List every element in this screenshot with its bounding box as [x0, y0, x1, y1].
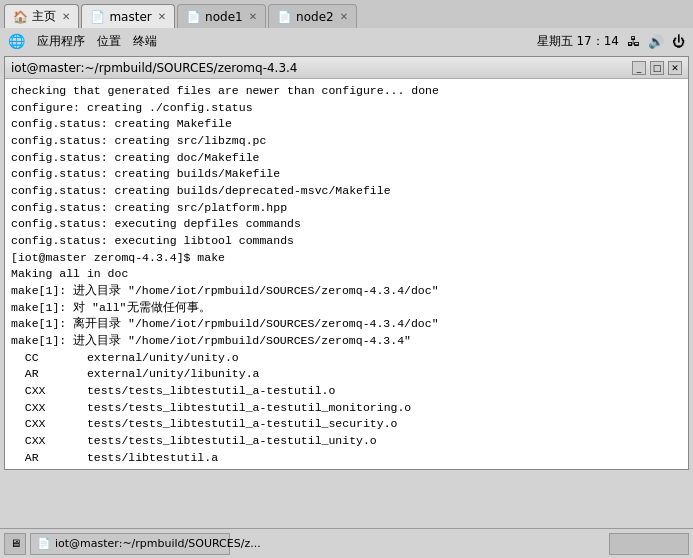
tab-master-close[interactable]: ✕ — [158, 11, 166, 22]
tab-home-label: 主页 — [32, 8, 56, 25]
taskbar-app-label: iot@master:~/rpmbuild/SOURCES/z... — [55, 537, 261, 550]
tab-node1-close[interactable]: ✕ — [249, 11, 257, 22]
home-icon: 🏠 — [13, 10, 28, 24]
tab-master[interactable]: 📄 master ✕ — [81, 4, 175, 28]
minimize-button[interactable]: _ — [632, 61, 646, 75]
power-icon[interactable]: ⏻ — [672, 34, 685, 49]
app-bar-left: 🌐 应用程序 位置 终端 — [8, 33, 157, 50]
taskbar-clock-area — [609, 533, 689, 555]
menu-location[interactable]: 位置 — [97, 33, 121, 50]
app-bar-right: 星期五 17：14 🖧 🔊 ⏻ — [537, 33, 685, 50]
terminal-controls: _ □ ✕ — [632, 61, 682, 75]
terminal-icon-node2: 📄 — [277, 10, 292, 24]
maximize-button[interactable]: □ — [650, 61, 664, 75]
tab-node2-close[interactable]: ✕ — [340, 11, 348, 22]
taskbar-menu-icon: 🖥 — [10, 537, 21, 550]
tab-node1[interactable]: 📄 node1 ✕ — [177, 4, 266, 28]
tab-node1-label: node1 — [205, 10, 243, 24]
terminal-window: iot@master:~/rpmbuild/SOURCES/zeromq-4.3… — [4, 56, 689, 470]
tab-master[interactable]: 🏠 主页 ✕ — [4, 4, 79, 28]
tab-master-label: master — [109, 10, 151, 24]
tab-node2-label: node2 — [296, 10, 334, 24]
terminal-output: checking that generated files are newer … — [5, 79, 688, 469]
network-icon: 🖧 — [627, 34, 640, 49]
taskbar: 🖥 📄 iot@master:~/rpmbuild/SOURCES/z... — [0, 528, 693, 558]
taskbar-app-icon: 📄 — [37, 537, 51, 550]
app-menu-icon: 🌐 — [8, 33, 25, 49]
close-button[interactable]: ✕ — [668, 61, 682, 75]
volume-icon[interactable]: 🔊 — [648, 34, 664, 49]
terminal-titlebar: iot@master:~/rpmbuild/SOURCES/zeromq-4.3… — [5, 57, 688, 79]
datetime-display: 星期五 17：14 — [537, 33, 619, 50]
app-bar: 🌐 应用程序 位置 终端 星期五 17：14 🖧 🔊 ⏻ — [0, 28, 693, 54]
tab-node2[interactable]: 📄 node2 ✕ — [268, 4, 357, 28]
tabs-bar: 🏠 主页 ✕ 📄 master ✕ 📄 node1 ✕ 📄 node2 ✕ — [0, 0, 693, 28]
menu-applications[interactable]: 应用程序 — [37, 33, 85, 50]
taskbar-terminal-app[interactable]: 📄 iot@master:~/rpmbuild/SOURCES/z... — [30, 533, 230, 555]
menu-terminal[interactable]: 终端 — [133, 33, 157, 50]
terminal-icon-node1: 📄 — [186, 10, 201, 24]
terminal-title: iot@master:~/rpmbuild/SOURCES/zeromq-4.3… — [11, 61, 298, 75]
tab-home-close[interactable]: ✕ — [62, 11, 70, 22]
terminal-icon-master: 📄 — [90, 10, 105, 24]
taskbar-menu-button[interactable]: 🖥 — [4, 533, 26, 555]
